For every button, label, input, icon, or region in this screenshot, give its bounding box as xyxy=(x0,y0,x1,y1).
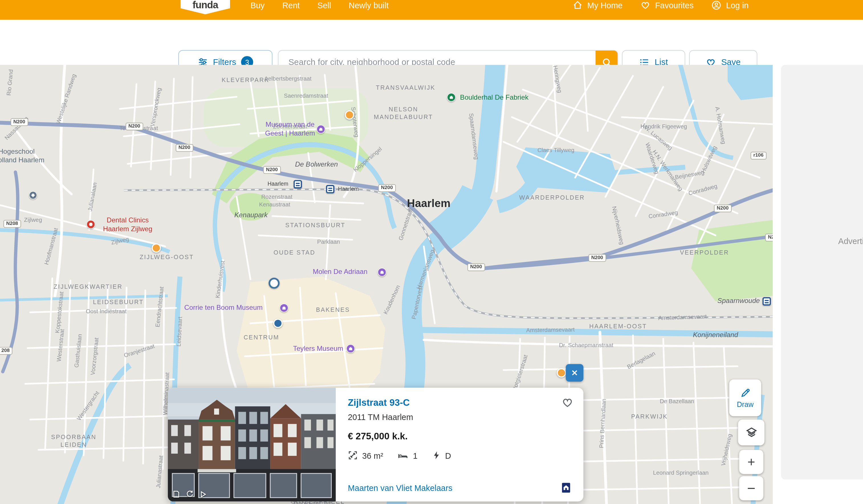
heart-icon xyxy=(640,0,651,10)
district-label: LEIDSEBUURT xyxy=(93,299,143,306)
road-badge: N200 xyxy=(589,254,606,262)
nav-rent[interactable]: Rent xyxy=(282,0,300,10)
listing-selected-marker[interactable] xyxy=(273,319,283,328)
card-heart-icon xyxy=(561,396,573,408)
ad-label: Advertisement xyxy=(838,236,863,246)
district-label: ZIJLWEGKWARTIER xyxy=(53,283,123,291)
street-label: Westergracht xyxy=(75,390,101,422)
listing-ring-marker[interactable] xyxy=(268,277,279,289)
street-label: Spaarndamseweg xyxy=(467,113,480,160)
nav-buy[interactable]: Buy xyxy=(251,0,265,10)
station-marker[interactable] xyxy=(293,180,302,188)
place-label: Spaarnwoude xyxy=(717,297,760,306)
street-label: Hoofmanstraat xyxy=(43,227,60,266)
street-label: Leidsevaart xyxy=(175,316,184,347)
museum-marker[interactable] xyxy=(346,344,355,353)
favourites-link[interactable]: Favourites xyxy=(640,0,693,10)
feature-area: 36 m² xyxy=(348,451,383,461)
favourite-property-button[interactable] xyxy=(561,396,573,410)
property-photo[interactable] xyxy=(168,388,336,502)
street-label: Voorzorgstraat xyxy=(89,337,100,375)
road-badge: N200 xyxy=(263,166,281,174)
property-title-link[interactable]: Zijlstraat 93-C xyxy=(348,398,571,409)
funda-map-page: funda Buy Rent Sell Newly built My Home … xyxy=(0,0,863,504)
street-label: Haarlem xyxy=(267,181,288,188)
street-label: Kloppersingel xyxy=(352,145,383,173)
property-card-body: Zijlstraat 93-C 2011 TM Haarlem € 275,00… xyxy=(336,388,584,502)
listing-marker[interactable] xyxy=(556,368,566,378)
feature-rooms: 1 xyxy=(398,451,417,461)
poi-label: Hogeschool Inholland Haarlem xyxy=(0,147,45,165)
header-actions: My Home Favourites Log in xyxy=(572,0,748,10)
listing-marker[interactable] xyxy=(152,244,161,253)
school-marker[interactable] xyxy=(29,191,37,199)
layers-button[interactable] xyxy=(738,419,765,445)
street-label: Julianalaan xyxy=(86,182,99,212)
district-label: STATIONSBUURT xyxy=(285,221,346,229)
road-badge: N200 xyxy=(176,144,193,152)
museum-marker[interactable] xyxy=(316,125,325,133)
funda-logo-text: funda xyxy=(192,0,218,11)
street-label: Harmenjansweg xyxy=(415,249,436,290)
street-label: Oranjestraat xyxy=(123,343,155,359)
station-marker[interactable] xyxy=(326,185,334,193)
property-photo-image xyxy=(168,388,336,502)
street-label: Conradweg xyxy=(648,209,678,220)
street-label: Amsterdamsevaart xyxy=(526,326,575,334)
street-label: Kenaustraat xyxy=(259,201,290,208)
district-label: HAARLEM-OOST xyxy=(589,323,647,331)
poi-green-marker[interactable] xyxy=(447,93,456,102)
nav-newly-built[interactable]: Newly built xyxy=(349,0,388,10)
login-link[interactable]: Log in xyxy=(711,0,748,10)
bed-icon xyxy=(398,451,409,461)
museum-marker[interactable] xyxy=(279,303,288,312)
place-label: Kenaupark xyxy=(234,211,267,220)
station-marker[interactable] xyxy=(763,297,771,306)
zoom-in-button[interactable]: + xyxy=(739,450,763,474)
draw-label: Draw xyxy=(737,400,753,409)
poi-label: Museum van de Geest | Haarlem xyxy=(265,121,315,138)
street-label: Tetterodestraat xyxy=(120,125,158,131)
district-label: KLEVERPARK xyxy=(222,77,269,84)
listing-marker[interactable] xyxy=(345,110,354,120)
rotate-icon[interactable] xyxy=(186,490,194,498)
property-address: 2011 TM Haarlem xyxy=(348,412,571,422)
energy-icon xyxy=(432,451,441,461)
poi-red-marker[interactable] xyxy=(86,220,95,229)
nav-sell[interactable]: Sell xyxy=(317,0,331,10)
my-home-link[interactable]: My Home xyxy=(572,0,623,10)
property-features: 36 m² 1 D xyxy=(348,451,571,461)
street-label: A. Hofmanweg xyxy=(714,106,727,145)
museum-marker[interactable] xyxy=(378,268,387,276)
district-label: SPOORBAAN LEIDEN xyxy=(51,434,96,449)
district-label: PARKWIJK xyxy=(631,413,668,421)
street-label: Gonnetstraat xyxy=(397,207,414,241)
street-label: Haarlem xyxy=(338,186,359,193)
close-card-button[interactable] xyxy=(566,364,584,382)
district-label: TRANSVAALWIJK xyxy=(376,84,436,92)
street-label: Aelbertsbergstraat xyxy=(264,75,312,82)
layers-icon xyxy=(745,426,758,439)
compare-icon[interactable] xyxy=(172,490,180,498)
draw-button[interactable]: Draw xyxy=(729,379,761,416)
zoom-out-button[interactable]: − xyxy=(739,476,763,500)
street-label: Julianastraat xyxy=(154,455,164,489)
district-label: BAKENES xyxy=(316,306,350,314)
play-icon[interactable] xyxy=(199,490,207,498)
agent-link[interactable]: Maarten van Vliet Makelaars xyxy=(348,483,452,493)
street-label: Rio Grand xyxy=(5,69,14,96)
street-label: Koppestokstraat xyxy=(53,291,65,334)
poi-label: Corrie ten Boom Museum xyxy=(184,303,263,312)
funda-logo[interactable]: funda xyxy=(180,0,230,14)
street-label: Claes Tillyweg xyxy=(538,147,575,154)
street-label: Potgieterstraat xyxy=(511,354,529,392)
street-label: Saenredamstraat xyxy=(284,92,328,99)
ad-panel: Advertisement xyxy=(781,65,863,479)
poi-label: Teylers Museum xyxy=(293,345,343,353)
road-badge: N200 xyxy=(714,205,731,212)
street-label: Zijlweg xyxy=(24,216,42,223)
street-label: Zijlweg xyxy=(110,235,129,246)
street-label: Kinderhuisvest xyxy=(214,260,227,298)
street-label: Hendrik Figeeweg xyxy=(640,123,687,130)
road-badge: r106 xyxy=(751,152,766,159)
